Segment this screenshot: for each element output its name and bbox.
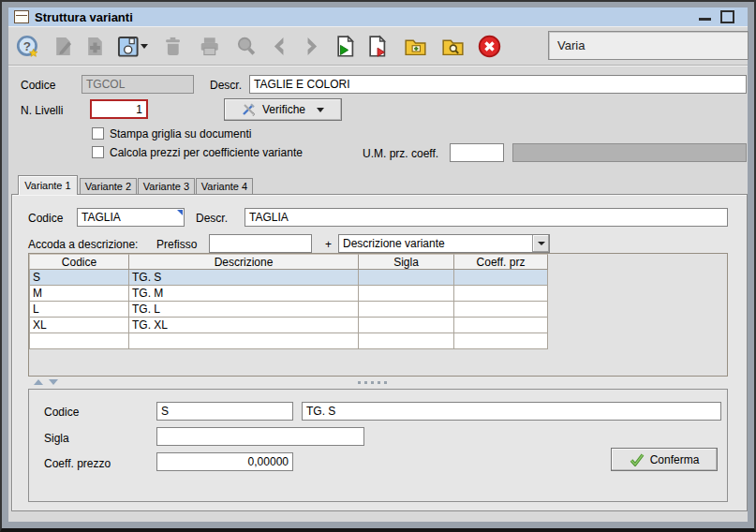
table-cell [454,270,548,286]
column-header-descrizione[interactable]: Descrizione [129,254,359,270]
folder-add-icon[interactable] [401,32,430,61]
column-header-sigla[interactable]: Sigla [359,254,454,270]
detail-sigla-field[interactable] [156,427,364,446]
window-title: Struttura varianti [35,10,133,24]
minimize-button[interactable] [699,18,711,21]
column-header-coeff-prz[interactable]: Coeff. prz [454,254,548,270]
titlebar[interactable]: Struttura varianti [8,7,748,26]
table-cell: L [29,302,129,318]
verifiche-label: Verifiche [262,103,305,116]
search-icon [231,32,260,61]
delete-icon [158,32,187,61]
table-cell [129,333,359,349]
print-icon [195,32,224,61]
calcola-prezzi-label: Calcola prezzi per coefficiente variante [110,146,303,159]
variant-descr-label: Descr. [196,212,228,225]
combo-selected-value: Descrizione variante [339,237,532,250]
tools-icon [242,102,257,117]
tab-variante-3[interactable]: Variante 3 [138,178,195,194]
table-cell [359,333,454,349]
table-row[interactable]: MTG. M [29,286,548,302]
table-cell: TG. M [129,286,359,302]
conferma-label: Conferma [650,453,700,466]
table-cell: M [29,286,129,302]
livelli-field[interactable]: 1 [90,99,148,119]
prefisso-field[interactable] [209,234,312,253]
table-cell [454,302,548,318]
table-row[interactable]: STG. S [29,270,548,286]
save-icon[interactable] [111,32,151,61]
variant-codice-label: Codice [28,212,63,225]
detail-coeff-field[interactable]: 0,00000 [156,452,293,471]
doc-export-green-icon[interactable] [331,32,360,61]
table-cell [454,286,548,302]
mode-status-text: Varia [557,38,585,52]
doc-export-red-icon[interactable] [363,32,392,61]
um-prz-coeff-field[interactable] [450,143,504,162]
descrizione-variante-combo[interactable]: Descrizione variante [338,234,550,253]
next-icon [297,32,326,61]
folder-search-icon[interactable] [438,32,467,61]
chevron-down-icon [538,242,545,245]
svg-text:?: ? [23,39,31,53]
splitter-bar[interactable] [28,377,728,388]
table-cell: XL [29,318,129,333]
table-cell [359,302,454,318]
splitter-down-icon[interactable] [49,379,58,385]
prefisso-label: Prefisso [156,238,197,251]
descr-label: Descr. [210,79,242,92]
plus-label: + [325,238,332,251]
tab-variante-4[interactable]: Variante 4 [196,178,253,194]
verifiche-caret [317,108,324,112]
table-row[interactable]: LTG. L [29,302,548,318]
livelli-label: N. Livelli [21,104,63,117]
stampa-griglia-checkbox[interactable] [92,127,104,140]
conferma-button[interactable]: Conferma [611,448,718,471]
table-cell: TG. S [129,270,359,286]
descr-field[interactable]: TAGLIE E COLORI [249,75,747,94]
window-icon [14,10,29,23]
table-cell: TG. XL [129,318,359,333]
variant-table: Codice Descrizione Sigla Coeff. prz STG.… [29,254,548,349]
variant-descr-field[interactable]: TAGLIA [245,208,728,227]
cancel-icon[interactable] [475,32,504,61]
edit-icon [49,32,78,61]
tab-variante-2[interactable]: Variante 2 [80,178,137,194]
detail-coeff-label: Coeff. prezzo [44,457,111,470]
check-icon [630,453,645,466]
um-prz-coeff-descr-field [512,143,747,162]
variant-table-scrollpane[interactable]: Codice Descrizione Sigla Coeff. prz STG.… [28,253,728,377]
toolbar: ? [8,28,748,66]
maximize-button[interactable] [720,10,734,23]
table-row[interactable] [29,333,548,349]
table-cell [359,318,454,333]
table-cell [454,318,548,333]
accoda-label: Accoda a descrizione: [28,238,138,251]
codice-label: Codice [21,79,55,92]
table-cell [359,286,454,302]
combo-dropdown-button[interactable] [532,235,549,252]
help-icon[interactable]: ? [13,32,42,61]
variant-table-body: STG. SMTG. MLTG. LXLTG. XL [29,270,548,349]
copy-doc-icon [81,32,110,61]
verifiche-button[interactable]: Verifiche [224,98,342,121]
detail-codice-label: Codice [44,406,79,419]
table-cell: S [29,270,129,286]
calcola-prezzi-checkbox[interactable] [92,146,104,158]
table-row[interactable]: XLTG. XL [29,318,548,333]
prev-icon [265,32,294,61]
mode-status-field: Varia [548,31,749,60]
variant-codice-field[interactable]: TAGLIA [77,208,185,227]
table-cell [29,333,129,349]
variant-table-header: Codice Descrizione Sigla Coeff. prz [29,254,548,270]
splitter-up-icon[interactable] [34,379,43,385]
column-header-codice[interactable]: Codice [29,254,129,270]
save-dropdown-caret[interactable] [141,44,148,49]
detail-codice-field[interactable]: S [156,402,293,421]
tab-variante-1[interactable]: Variante 1 [18,175,78,195]
detail-descrizione-field[interactable]: TG. S [302,402,721,421]
splitter-handle[interactable] [358,381,387,384]
window-content: ? [8,26,748,522]
field-corner-mark [177,210,183,215]
table-cell [359,270,454,286]
